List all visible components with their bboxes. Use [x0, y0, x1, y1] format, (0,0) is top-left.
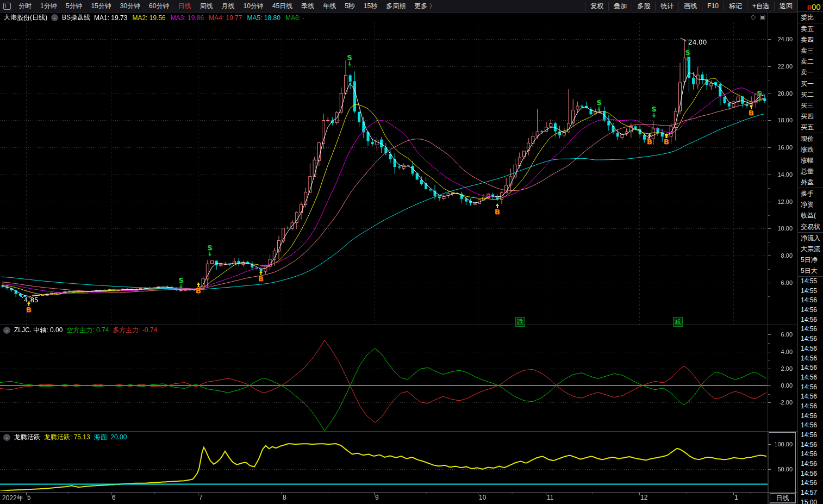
diamond-icon[interactable]: ◇ — [751, 13, 756, 21]
toolbar-period-item[interactable]: 60分钟 — [145, 2, 173, 11]
toolbar-period-item[interactable]: 15秒 — [359, 2, 382, 11]
xaxis-month-label: 12 — [640, 494, 647, 501]
sidebar-field-label: 5日净 — [798, 254, 823, 265]
sidebar-field-group: 交易状 — [798, 221, 823, 233]
tick-time-item: 14:56 — [798, 421, 823, 431]
ma-legend-item: MA3: 19.86 — [171, 14, 204, 22]
tick-time-item: 14:56 — [798, 402, 823, 412]
zljc-dropdown-icon[interactable]: ⌄ — [3, 327, 10, 334]
toolbar-action-button[interactable]: 复权 — [585, 2, 608, 11]
toolbar-period-item[interactable]: 30分钟 — [116, 2, 145, 11]
chart-window-controls: ◇ ▣ — [751, 13, 766, 21]
sidebar-field-label: 外盘 — [798, 177, 823, 188]
rights-badge: R — [807, 4, 812, 11]
zljc-mid-value: 0.00 — [50, 326, 63, 334]
xaxis-month-label: 10 — [479, 494, 486, 501]
longteng-dropdown-icon[interactable]: ⌄ — [3, 434, 10, 441]
sidebar-field-label: 卖二 — [798, 56, 823, 67]
sidebar-field-label: 5日大 — [798, 265, 823, 276]
zljc-long-value: 多方主力: -0.74 — [113, 326, 157, 335]
longteng-active-value: 龙腾活跃: 75.13 — [44, 433, 90, 442]
toolbar-period-item[interactable]: 年线 — [319, 2, 340, 11]
sidebar-field-label: 涨跌 — [798, 144, 823, 155]
toolbar-period-group: 分时1分钟5分钟15分钟30分钟60分钟日线周线月线10分钟45日线季线年线5秒… — [0, 2, 585, 11]
tick-time-item: 14:56 — [798, 459, 823, 469]
toolbar-period-item[interactable]: 季线 — [297, 2, 319, 11]
sidebar-field-group: 卖五卖四卖三卖二卖一 — [798, 23, 823, 78]
zljc-header: ⌄ ZLJC. 中轴: 0.00 空方主力: 0.74 多方主力: -0.74 — [3, 326, 157, 335]
sidebar-field-label: 卖一 — [798, 67, 823, 78]
tick-time-item: 14:55 — [798, 287, 823, 296]
sidebar-corner: R 00 — [798, 0, 823, 12]
sidebar-field-label: 现价 — [798, 133, 823, 144]
sidebar-field-group: 现价涨跌涨幅总量外盘 — [798, 133, 823, 188]
toolbar: 分时1分钟5分钟15分钟30分钟60分钟日线周线月线10分钟45日线季线年线5秒… — [0, 0, 797, 13]
toolbar-period-item[interactable]: 月线 — [217, 2, 239, 11]
tick-time-item: 14:56 — [798, 373, 823, 383]
tick-time-item: 14:56 — [798, 431, 823, 440]
toolbar-period-item[interactable]: 5秒 — [340, 2, 359, 11]
toolbar-action-button[interactable]: 画线 — [678, 2, 702, 11]
tick-time-item: 14:57 — [798, 488, 823, 498]
toolbar-action-button[interactable]: 返回 — [774, 2, 797, 11]
tick-time-item: 14:56 — [798, 306, 823, 315]
toolbar-period-item[interactable]: 1分钟 — [36, 2, 61, 11]
tick-time-item: 14:56 — [798, 440, 823, 450]
sidebar-field-label: 净资 — [798, 199, 823, 210]
toolbar-period-item[interactable]: 15分钟 — [86, 2, 115, 11]
toolbar-action-group: 复权叠加多股统计画线F10标记+自选返回 — [585, 2, 797, 11]
zljc-name: ZLJC. — [14, 326, 32, 334]
ma-legend-item: MA1: 19.73 — [94, 14, 127, 22]
indicator-dropdown-icon[interactable]: ⌄ — [51, 14, 58, 21]
toolbar-period-item[interactable]: 日线 — [173, 2, 195, 11]
indicator-name: BS操盘线 — [62, 13, 90, 22]
xaxis-month-label: 6 — [112, 494, 116, 501]
toolbar-period-item[interactable]: 5分钟 — [61, 2, 87, 11]
tick-time-item: 14:55 — [798, 277, 823, 287]
xaxis-month-label: 11 — [547, 494, 553, 501]
toolbar-period-item[interactable]: 10分钟 — [239, 2, 267, 11]
toolbar-action-button[interactable]: F10 — [702, 2, 724, 10]
ma-legend-item: MA2: 19.56 — [132, 14, 165, 22]
tick-time-item: 14:56 — [798, 296, 823, 306]
xaxis-month-label: 5 — [27, 494, 31, 501]
ma-legend-item: MA5: 18.80 — [247, 14, 280, 22]
toolbar-period-item[interactable]: 周线 — [195, 2, 217, 11]
toolbar-action-button[interactable]: +自选 — [747, 2, 774, 11]
tick-time-item: 14:56 — [798, 412, 823, 421]
sidebar-field-group: 净流入大宗流5日净5日大 — [798, 233, 823, 277]
sidebar-field-group: 委比 — [798, 12, 823, 23]
toolbar-period-item[interactable]: 更多 〉 — [410, 2, 440, 11]
toolbar-action-button[interactable]: 多股 — [632, 2, 655, 11]
quote-sidebar: R 00 委比卖五卖四卖三卖二卖一买一买二买三买四买五现价涨跌涨幅总量外盘换手净… — [797, 0, 823, 504]
toolbar-period-item[interactable]: 分时 — [14, 2, 36, 11]
tick-time-item: 14:56 — [798, 478, 823, 488]
tick-time-item: 14:56 — [798, 363, 823, 373]
xaxis-month-label: 8 — [283, 494, 286, 501]
toolbar-period-item[interactable]: 45日线 — [268, 2, 297, 11]
sidebar-time-list: 14:5514:5514:5614:5614:5614:5614:5614:56… — [798, 277, 823, 504]
toolbar-action-button[interactable]: 叠加 — [608, 2, 632, 11]
sidebar-field-label: 买五 — [798, 122, 823, 133]
charts-canvas[interactable] — [0, 0, 797, 504]
sidebar-field-label: 涨幅 — [798, 155, 823, 166]
xaxis-month-label: 1 — [734, 494, 738, 501]
tick-time-item: 14:56 — [798, 325, 823, 334]
sidebar-field-label: 大宗流 — [798, 244, 823, 254]
panel-icon[interactable]: ▣ — [759, 13, 765, 21]
zljc-mid-label: 中轴: — [33, 326, 48, 334]
ma-legend-item: MA4: 19.77 — [209, 14, 242, 22]
tick-time-item: 14:56 — [798, 344, 823, 354]
tick-time-item: 14:56 — [798, 383, 823, 393]
toolbar-action-button[interactable]: 标记 — [724, 2, 747, 11]
stock-title: 大港股份(日线) — [4, 13, 47, 22]
xaxis-year-label: 2022年 — [2, 494, 23, 503]
sidebar-field-label: 卖三 — [798, 45, 823, 56]
sidebar-field-label: 委比 — [798, 12, 823, 23]
toolbar-action-button[interactable]: 统计 — [655, 2, 678, 11]
toolbar-period-item[interactable]: 多周期 — [382, 2, 410, 11]
tick-time-item: 14:56 — [798, 392, 823, 402]
sidebar-field-label: 收益( — [798, 210, 823, 221]
sidebar-field-label: 总量 — [798, 166, 823, 177]
window-layout-icon[interactable] — [3, 3, 11, 10]
